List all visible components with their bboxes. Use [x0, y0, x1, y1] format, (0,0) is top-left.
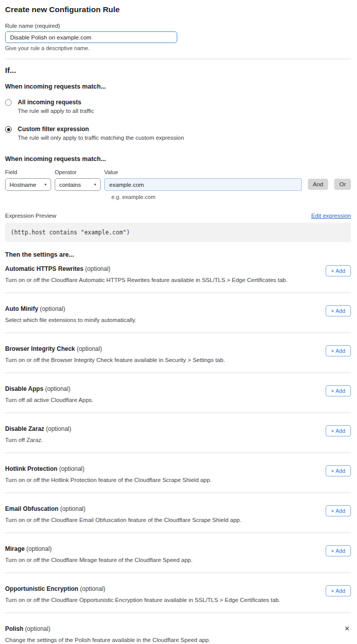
expression-preview-code: (http.host contains "example.com"): [5, 223, 351, 242]
expression-builder-heading: When incoming requests match...: [5, 155, 351, 163]
setting-description: Turn on or off the Cloudflare Automatic …: [5, 277, 288, 283]
setting-description: Turn off Zaraz.: [5, 437, 71, 443]
add-button[interactable]: + Add: [326, 385, 351, 396]
radio-option-description: The rule will only apply to traffic matc…: [18, 135, 184, 141]
add-button[interactable]: + Add: [326, 265, 351, 276]
field-select[interactable]: Hostname ▾: [5, 178, 51, 191]
field-label: Field: [5, 169, 51, 175]
optional-tag: (optional): [45, 385, 70, 392]
value-helper: e.g. example.com: [111, 194, 351, 200]
add-button[interactable]: + Add: [326, 585, 351, 596]
setting-description: Turn on or off the Cloudflare Mirage fea…: [5, 557, 192, 563]
setting-browser-integrity-check: Browser Integrity Check (optional) Turn …: [5, 333, 351, 373]
setting-description: Turn off all active Cloudflare Apps.: [5, 397, 94, 403]
radio-option-custom-filter-expression[interactable]: Custom filter expression The rule will o…: [5, 126, 351, 141]
setting-name: Polish (optional): [5, 625, 351, 632]
create-configuration-rule-page: Create new Configuration Rule Rule name …: [0, 0, 357, 644]
optional-tag: (optional): [26, 545, 52, 552]
value-input[interactable]: [104, 178, 302, 191]
optional-tag: (optional): [46, 425, 71, 432]
rule-name-label: Rule name (required): [5, 23, 351, 29]
setting-name: Automatic HTTPS Rewrites (optional): [5, 265, 288, 272]
edit-expression-link[interactable]: Edit expression: [311, 213, 351, 219]
page-title: Create new Configuration Rule: [5, 5, 351, 14]
radio-selected-icon[interactable]: [5, 126, 12, 133]
add-button[interactable]: + Add: [326, 425, 351, 436]
setting-name: Mirage (optional): [5, 545, 192, 552]
incoming-requests-match-heading: When incoming requests match...: [5, 83, 351, 90]
expression-preview-label: Expression Preview: [5, 213, 56, 219]
rule-name-input[interactable]: [5, 31, 177, 43]
add-button[interactable]: + Add: [326, 345, 351, 356]
then-settings-heading: Then the settings are...: [5, 251, 351, 258]
if-heading: If...: [5, 66, 351, 74]
setting-hotlink-protection: Hotlink Protection (optional) Turn on or…: [5, 453, 351, 493]
optional-tag: (optional): [59, 465, 85, 472]
value-label: Value: [104, 169, 302, 175]
close-icon[interactable]: ✕: [344, 625, 350, 632]
radio-option-all-incoming-requests[interactable]: All incoming requests The rule will appl…: [5, 99, 351, 114]
optional-tag: (optional): [60, 505, 86, 512]
setting-name: Hotlink Protection (optional): [5, 465, 212, 472]
caret-down-icon: ▾: [94, 182, 96, 187]
setting-name: Disable Apps (optional): [5, 385, 94, 392]
optional-tag: (optional): [80, 585, 105, 592]
setting-name: Auto Minify (optional): [5, 305, 136, 312]
expression-builder-row: Field Hostname ▾ Operator contains ▾ Val…: [5, 169, 351, 191]
add-button[interactable]: + Add: [326, 305, 351, 316]
caret-down-icon: ▾: [45, 182, 47, 187]
add-button[interactable]: + Add: [326, 545, 351, 556]
setting-name: Disable Zaraz (optional): [5, 425, 71, 432]
setting-description: Select which file extensions to minify a…: [5, 317, 136, 323]
setting-description: Turn on or off the Browser Integrity Che…: [5, 357, 225, 363]
setting-polish-expanded: Polish (optional) Change the settings of…: [5, 613, 351, 644]
radio-option-description: The rule will apply to all traffic: [18, 108, 94, 114]
setting-description: Turn on or off the Cloudflare Email Obfu…: [5, 517, 242, 523]
operator-select-value: contains: [59, 182, 81, 188]
operator-select[interactable]: contains ▾: [55, 178, 101, 191]
setting-description: Turn on or off the Hotlink Protection fe…: [5, 477, 212, 483]
setting-name: Browser Integrity Check (optional): [5, 345, 225, 352]
setting-description: Change the settings of the Polish featur…: [5, 637, 351, 643]
setting-email-obfuscation: Email Obfuscation (optional) Turn on or …: [5, 493, 351, 533]
rule-name-helper: Give your rule a descriptive name.: [5, 45, 351, 51]
setting-opportunistic-encryption: Opportunistic Encryption (optional) Turn…: [5, 573, 351, 613]
optional-tag: (optional): [85, 265, 110, 272]
radio-option-label: All incoming requests: [18, 99, 94, 106]
setting-name: Opportunistic Encryption (optional): [5, 585, 281, 592]
setting-disable-apps: Disable Apps (optional) Turn off all act…: [5, 373, 351, 413]
setting-auto-minify: Auto Minify (optional) Select which file…: [5, 293, 351, 333]
setting-name: Email Obfuscation (optional): [5, 505, 242, 512]
optional-tag: (optional): [25, 625, 50, 632]
setting-disable-zaraz: Disable Zaraz (optional) Turn off Zaraz.…: [5, 413, 351, 453]
and-button[interactable]: And: [308, 179, 328, 190]
or-button[interactable]: Or: [334, 179, 351, 190]
field-select-value: Hostname: [10, 182, 36, 188]
setting-description: Turn on or off the Cloudflare Opportunis…: [5, 597, 281, 603]
setting-mirage: Mirage (optional) Turn on or off the Clo…: [5, 533, 351, 573]
radio-option-label: Custom filter expression: [18, 126, 184, 133]
add-button[interactable]: + Add: [326, 505, 351, 516]
add-button[interactable]: + Add: [326, 465, 351, 476]
optional-tag: (optional): [76, 345, 102, 352]
radio-unselected-icon[interactable]: [5, 99, 12, 106]
optional-tag: (optional): [40, 305, 65, 312]
section-divider: [5, 59, 351, 59]
operator-label: Operator: [55, 169, 101, 175]
setting-automatic-https-rewrites: Automatic HTTPS Rewrites (optional) Turn…: [5, 258, 351, 293]
